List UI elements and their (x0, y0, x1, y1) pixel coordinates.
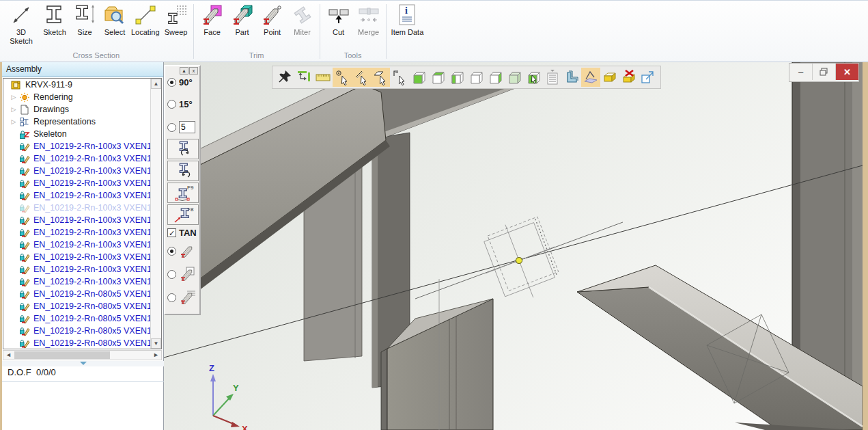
tree-item-part[interactable]: EN_10219-2-Rn-100x3 VXEN1021 (3, 276, 161, 288)
sweep-button[interactable]: Sweep (161, 2, 191, 37)
tree-item-label: EN_10219-2-Rn-100x3 VXEN1021 (33, 191, 162, 200)
tree-item-part[interactable]: EN_10219-2-Rn-100x3 VXEN1021 (3, 140, 161, 152)
box-delete-icon[interactable] (619, 68, 639, 87)
cube-right-icon[interactable] (486, 68, 505, 87)
3d-sketch-button[interactable]: 3D Sketch (3, 2, 40, 46)
radio-button[interactable] (167, 293, 176, 302)
pan-measure-icon[interactable] (294, 68, 313, 87)
tree-item-part[interactable]: EN_10219-2-Rn-100x3 VXEN1021 (3, 189, 161, 202)
model-viewport[interactable]: Z Y X –✕ (164, 62, 863, 430)
section-plane-icon[interactable] (581, 68, 600, 87)
snap-edge-icon[interactable] (390, 68, 409, 87)
scroll-left-button[interactable]: ◄ (3, 351, 14, 360)
tree-item-skeleton[interactable]: Skeleton (3, 128, 161, 140)
mode-option-beam-hatch[interactable] (167, 289, 197, 306)
locating-button[interactable]: Locating (130, 2, 161, 37)
scrollbar-thumb[interactable] (14, 351, 110, 359)
tree-item-label: Drawings (33, 105, 69, 114)
tree-item-part[interactable]: EN_10219-2-Rn-100x3 VXEN1021 (3, 177, 161, 189)
tangent-checkbox[interactable]: ✓ (167, 228, 176, 237)
cube-select-icon[interactable] (524, 68, 543, 87)
export-view-icon[interactable] (639, 68, 658, 87)
minimize-button[interactable]: – (789, 64, 813, 80)
direction-button[interactable]: F8 (167, 204, 199, 225)
tree-item-part[interactable]: EN_10219-2-Rn-100x3 VXEN1021 (3, 226, 161, 239)
tree-item-part[interactable]: EN_10219-2-Rn-100x3 VXEN1021 (3, 214, 161, 226)
scroll-right-button[interactable]: ► (151, 351, 161, 360)
select-button[interactable]: Select (100, 2, 130, 37)
radio-button[interactable] (167, 123, 176, 132)
tree-item-part[interactable]: EN_10219-2-Rn-080x5 VXEN1021 (3, 312, 161, 325)
item-data-button[interactable]: iItem Data (390, 2, 425, 37)
tree-item-part[interactable]: EN_10219-2-Rn-080x5 VXEN1021 (3, 288, 161, 300)
size-button[interactable]: Size (70, 2, 100, 37)
flip-button[interactable]: F9 (167, 183, 199, 203)
tree-item-part[interactable]: EN_10219-2-Rn-100x3 VXEN1021 (3, 263, 161, 276)
mode-option-beam-face[interactable] (167, 266, 197, 283)
svg-text:F9: F9 (187, 185, 194, 191)
tree-item-label: EN_10219-2-Rn-080x5 VXEN1021 (33, 326, 162, 336)
angle-option-90[interactable]: 90° (167, 77, 193, 88)
custom-angle-input[interactable] (179, 121, 195, 133)
tree-item-representations[interactable]: ▷Representations (3, 116, 161, 128)
cut-button[interactable]: Cut (324, 2, 354, 37)
sketch-button[interactable]: Sketch (40, 2, 70, 37)
radio-button[interactable] (167, 78, 176, 87)
expand-arrow-icon[interactable]: ▷ (9, 106, 18, 113)
sketch-3d-icon (10, 3, 33, 27)
tree-item-part[interactable]: EN_10219-2-Rn-100x3 VXEN1021 (3, 165, 161, 177)
cube-shaded-icon[interactable] (505, 68, 524, 87)
face-button[interactable]: Face (197, 2, 227, 37)
expand-arrow-icon[interactable]: ▷ (9, 118, 18, 125)
cube-wire-icon[interactable] (466, 68, 486, 87)
tree-item-part[interactable]: EN_10219-2-Rn-100x3 VXEN1021 (3, 152, 161, 165)
tree-item-label: EN_10219-2-Rn-100x3 VXEN1021 (33, 154, 162, 163)
cube-top-icon[interactable] (428, 68, 447, 87)
section-placement-target[interactable] (472, 211, 569, 310)
ruler-icon[interactable] (313, 68, 333, 87)
button-label: Cut (333, 28, 344, 37)
angle-option-15[interactable]: 15° (167, 99, 193, 109)
trim-part-icon (231, 3, 254, 27)
tangent-option[interactable]: ✓ TAN (167, 228, 197, 238)
tree-item-part[interactable]: EN_10219-2-Rn-080x5 VXEN1021 (3, 337, 161, 349)
panel-splitter[interactable] (2, 361, 164, 366)
snap-point-icon[interactable] (333, 68, 352, 87)
tree-horizontal-scrollbar[interactable]: ◄ ► (3, 350, 162, 360)
cube-left-icon[interactable] (447, 68, 466, 87)
rotate-cw-button[interactable] (167, 161, 199, 181)
expand-arrow-icon[interactable]: ▷ (9, 94, 18, 100)
box-open-icon[interactable] (600, 68, 619, 87)
snap-line-icon[interactable] (352, 68, 371, 87)
panel-collapse-button[interactable]: ▲ (180, 67, 188, 75)
rotate-ccw-button[interactable] (167, 139, 199, 159)
tree-item-part[interactable]: EN_10219-2-Rn-100x3 VXEN1021 (3, 239, 161, 251)
close-button[interactable]: ✕ (836, 64, 858, 80)
panel-close-button[interactable]: x (189, 67, 198, 75)
profile-l-icon[interactable] (562, 68, 581, 87)
scroll-up-button[interactable]: ▲ (151, 79, 161, 89)
angle-option-custom[interactable] (167, 121, 195, 133)
part-button[interactable]: Part (227, 2, 257, 37)
pin-icon[interactable] (275, 68, 294, 87)
render-list-icon[interactable] (543, 68, 562, 87)
tree-item-drawings[interactable]: ▷Drawings (3, 103, 161, 116)
tree-vertical-scrollbar[interactable]: ▲ ▼ (150, 79, 161, 349)
scroll-down-button[interactable]: ▼ (151, 338, 161, 349)
cube-solid-icon[interactable] (409, 68, 428, 87)
group-separator (320, 4, 320, 59)
mode-option-beam-plain[interactable] (167, 243, 197, 260)
point-button[interactable]: Point (257, 2, 288, 37)
snap-face-icon[interactable] (371, 68, 390, 87)
tree-item-part[interactable]: EN_10219-2-Rn-100x3 VXEN1021 (3, 202, 161, 214)
tree-item-krvx-911-9[interactable]: KRVX-911-9 (3, 79, 161, 91)
tree-item-part[interactable]: EN_10219-2-Rn-100x3 VXEN1021 (3, 251, 161, 263)
snap-point-marker[interactable] (515, 256, 523, 265)
radio-button[interactable] (167, 100, 176, 109)
tree-item-part[interactable]: EN_10219-2-Rn-080x5 VXEN1021 (3, 300, 161, 312)
tree-item-rendering[interactable]: ▷Rendering (3, 91, 161, 103)
restore-button[interactable] (813, 64, 836, 80)
tree-item-part[interactable]: EN_10219-2-Rn-080x5 VXEN1021 (3, 325, 161, 337)
radio-button[interactable] (167, 247, 176, 256)
radio-button[interactable] (167, 270, 176, 279)
